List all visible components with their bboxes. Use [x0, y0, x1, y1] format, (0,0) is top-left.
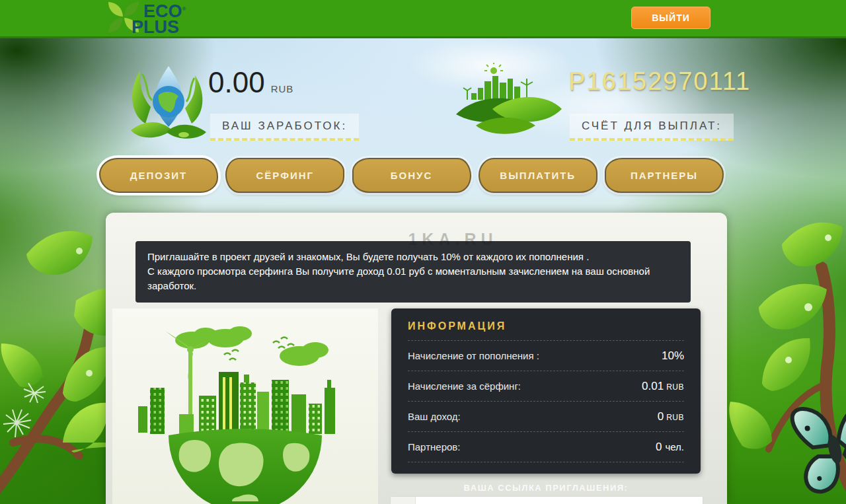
- logout-button[interactable]: ВЫЙТИ: [631, 7, 711, 29]
- surfing-button[interactable]: СЁРФИНГ: [225, 158, 344, 193]
- info-row-value: 10%: [662, 349, 684, 363]
- balance-value: 0.00: [208, 66, 265, 99]
- partners-button[interactable]: ПАРТНЕРЫ: [605, 158, 724, 193]
- green-city-globe-illustration: [126, 308, 364, 504]
- referral-link-label: ВАША ССЫЛКА ПРИГЛАШЕНИЯ:: [391, 483, 701, 493]
- logo: ECO® PLUS: [108, 1, 207, 38]
- butterfly-decoration: [790, 394, 846, 494]
- referral-link-input[interactable]: [416, 497, 703, 504]
- balance-amount: 0.00 RUB: [208, 66, 293, 99]
- bonus-button[interactable]: БОНУС: [352, 158, 471, 193]
- referral-link-row: [390, 496, 703, 504]
- copy-link-button[interactable]: [391, 497, 416, 504]
- withdraw-button[interactable]: ВЫПЛАТИТЬ: [479, 158, 597, 193]
- info-row-label: Начисление за сёрфинг:: [408, 380, 521, 392]
- registered-mark: ®: [182, 6, 186, 12]
- eco-plus-page: ECO® PLUS ВЫЙТИ 0.00 RUB ВАШ ЗАРАБОТОК:: [0, 0, 846, 504]
- info-row-partners: Партнеров: 0чел.: [408, 432, 684, 462]
- info-row-value: 0чел.: [656, 441, 684, 454]
- info-row-value: 0RUB: [658, 410, 684, 423]
- balance-currency: RUB: [271, 83, 294, 94]
- water-drop-eco-image: [126, 61, 212, 143]
- info-row-value: 0.01RUB: [642, 380, 684, 393]
- watermark: 1KA.RU: [367, 230, 539, 249]
- referral-notice: Приглашайте в проект друзей и знакомых, …: [135, 241, 691, 303]
- payout-account-number: P16152970111: [568, 67, 751, 96]
- info-row-topup: Начисление от пополнения : 10%: [408, 341, 684, 371]
- info-row-income: Ваш доход: 0RUB: [408, 402, 684, 432]
- right-plant-decoration: [722, 218, 846, 504]
- eco-illustration-panel: [112, 308, 378, 504]
- info-panel: ИНФОРМАЦИЯ Начисление от пополнения : 10…: [391, 308, 701, 474]
- info-row-label: Партнеров:: [408, 441, 460, 452]
- earnings-label: ВАШ ЗАРАБОТОК:: [210, 114, 359, 141]
- info-row-label: Ваш доход:: [408, 411, 461, 422]
- info-panel-title: ИНФОРМАЦИЯ: [408, 320, 684, 341]
- content-card: 1KA.RU Приглашайте в проект друзей и зна…: [106, 213, 727, 504]
- info-row-label: Начисление от пополнения :: [408, 350, 539, 361]
- notice-line-2: С каждого просмотра серфинга Вы получите…: [147, 264, 679, 293]
- payout-account-label: СЧЁТ ДЛЯ ВЫПЛАТ:: [570, 114, 734, 141]
- info-row-surfing: Начисление за сёрфинг: 0.01RUB: [408, 371, 684, 402]
- nav-button-row: ДЕПОЗИТ СЁРФИНГ БОНУС ВЫПЛАТИТЬ ПАРТНЕРЫ: [99, 158, 724, 193]
- deposit-button[interactable]: ДЕПОЗИТ: [99, 158, 218, 193]
- header-bar: ECO® PLUS ВЫЙТИ: [0, 0, 846, 38]
- eco-city-leaves-image: [453, 63, 565, 142]
- left-plant-decoration: [0, 225, 116, 504]
- notice-line-1: Приглашайте в проект друзей и знакомых, …: [147, 250, 679, 264]
- logo-text-plus: PLUS: [132, 17, 179, 38]
